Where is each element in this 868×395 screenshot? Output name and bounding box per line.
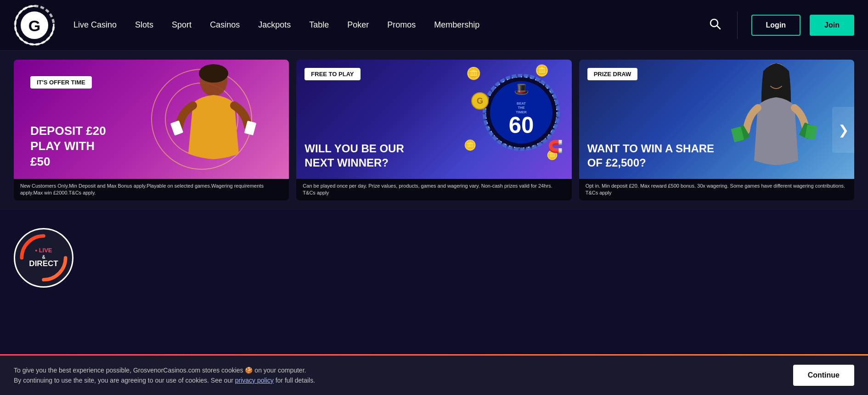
free-disclaimer: Can be played once per day. Prize values… [296,179,571,200]
promo-card-free-top: FREE TO PLAY 🪙 🪙 🪙 🪙 [296,60,571,179]
prize-title: WANT TO WIN A SHARE OF £2,500? [579,141,724,170]
main-content: IT'S OFFER TIME [0,50,868,210]
main-nav: Live Casino Slots Sport Casinos Jackpots… [73,20,707,30]
prize-badge: PRIZE DRAW [587,68,638,80]
svg-text:60: 60 [508,113,534,138]
privacy-policy-link[interactable]: privacy policy [235,377,274,384]
cookie-banner: To give you the best experience possible… [0,354,868,395]
nav-table[interactable]: Table [309,20,329,30]
cookie-line2: By continuing to use the site, you are a… [14,375,315,385]
offer-disclaimer: New Customers Only.Min Deposit and Max B… [14,179,289,200]
prize-disclaimer: Opt in. Min deposit £20. Max reward £500… [579,179,854,200]
nav-slots[interactable]: Slots [135,20,153,30]
offer-badge: IT'S OFFER TIME [30,76,92,89]
svg-text:THE: THE [518,106,524,110]
svg-text:🎩: 🎩 [513,82,529,96]
offer-person [138,60,289,179]
carousel-next-button[interactable]: ❯ [832,107,854,153]
live-direct-text: • LIVE & DIRECT [29,247,58,268]
svg-text:G: G [28,17,40,34]
login-button[interactable]: Login [751,15,801,36]
cookie-text: To give you the best experience possible… [14,365,315,386]
timer-visual: 🪙 🪙 🪙 🪙 🎩 BEAT T [462,64,563,165]
svg-text:G: G [477,96,483,106]
cookie-line1: To give you the best experience possible… [14,365,315,375]
nav-casinos[interactable]: Casinos [210,20,240,30]
header-actions: Login Join [707,11,854,39]
nav-membership[interactable]: Membership [434,20,479,30]
promo-card-free[interactable]: FREE TO PLAY 🪙 🪙 🪙 🪙 [296,60,571,200]
nav-sport[interactable]: Sport [172,20,192,30]
search-icon[interactable] [707,16,723,35]
svg-text:BEAT: BEAT [517,101,526,106]
svg-point-7 [199,64,228,83]
promo-card-prize[interactable]: PRIZE DRAW [579,60,854,200]
offer-title: DEPOSIT £20 PLAY WITH £50 [14,123,133,170]
site-header: G Live Casino Slots Sport Casinos Jackpo… [0,0,868,50]
promo-card-offer[interactable]: IT'S OFFER TIME [14,60,289,200]
promo-cards: IT'S OFFER TIME [14,60,854,200]
logo[interactable]: G [14,5,55,46]
promo-card-prize-top: PRIZE DRAW [579,60,854,179]
promo-card-offer-top: IT'S OFFER TIME [14,60,289,179]
nav-poker[interactable]: Poker [347,20,369,30]
join-button[interactable]: Join [810,15,854,36]
live-direct-badge: • LIVE & DIRECT [14,228,854,288]
free-badge: FREE TO PLAY [304,68,360,80]
nav-promos[interactable]: Promos [387,20,416,30]
live-direct-circle: • LIVE & DIRECT [14,228,73,288]
svg-line-5 [717,26,720,29]
cookie-continue-button[interactable]: Continue [793,365,854,386]
nav-live-casino[interactable]: Live Casino [73,20,117,30]
prize-person [726,60,827,179]
lower-section: • LIVE & DIRECT [0,210,868,306]
header-divider [737,11,738,39]
nav-jackpots[interactable]: Jackpots [258,20,291,30]
free-title: WILL YOU BE OUR NEXT WINNER? [296,141,414,170]
